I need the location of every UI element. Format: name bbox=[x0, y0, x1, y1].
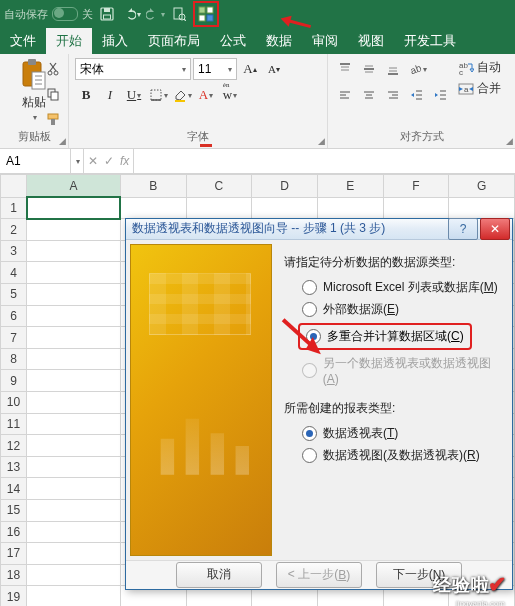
column-header[interactable]: B bbox=[120, 175, 186, 198]
tab-review[interactable]: 审阅 bbox=[302, 28, 348, 54]
cell[interactable] bbox=[27, 284, 121, 306]
align-left-icon[interactable] bbox=[334, 84, 356, 106]
dialog-launcher-icon[interactable]: ◢ bbox=[59, 136, 66, 146]
dialog-launcher-icon[interactable]: ◢ bbox=[318, 136, 325, 146]
copy-icon[interactable] bbox=[42, 83, 64, 105]
row-header[interactable]: 15 bbox=[1, 499, 27, 521]
save-icon[interactable] bbox=[97, 4, 117, 24]
cell[interactable] bbox=[27, 240, 121, 262]
column-header[interactable]: A bbox=[27, 175, 121, 198]
column-header[interactable]: D bbox=[252, 175, 318, 198]
print-preview-icon[interactable] bbox=[169, 4, 189, 24]
row-header[interactable]: 3 bbox=[1, 240, 27, 262]
tab-view[interactable]: 视图 bbox=[348, 28, 394, 54]
radio-pivot-table[interactable]: 数据透视表(T) bbox=[302, 425, 502, 442]
font-name-combo[interactable]: 宋体▾ bbox=[75, 58, 191, 80]
font-size-combo[interactable]: 11▾ bbox=[193, 58, 237, 80]
border-button[interactable]: ▾ bbox=[147, 84, 169, 106]
tab-home[interactable]: 开始 bbox=[46, 28, 92, 54]
tab-layout[interactable]: 页面布局 bbox=[138, 28, 210, 54]
cell[interactable] bbox=[449, 197, 515, 219]
undo-icon[interactable]: ▾ bbox=[121, 4, 141, 24]
cell[interactable] bbox=[27, 197, 121, 219]
formula-input[interactable] bbox=[134, 149, 515, 173]
row-header[interactable]: 13 bbox=[1, 456, 27, 478]
fill-color-button[interactable]: ▾ bbox=[171, 84, 193, 106]
bold-button[interactable]: B bbox=[75, 84, 97, 106]
name-box[interactable]: A1 bbox=[0, 149, 71, 173]
align-middle-icon[interactable] bbox=[358, 58, 380, 80]
row-header[interactable]: 8 bbox=[1, 348, 27, 370]
row-header[interactable]: 16 bbox=[1, 521, 27, 543]
cell[interactable] bbox=[317, 197, 383, 219]
select-all-corner[interactable] bbox=[1, 175, 27, 198]
radio-pivot-chart[interactable]: 数据透视图(及数据透视表)(R) bbox=[302, 447, 502, 464]
row-header[interactable]: 17 bbox=[1, 543, 27, 565]
orientation-icon[interactable]: ab▾ bbox=[406, 58, 428, 80]
cell[interactable] bbox=[120, 197, 186, 219]
grow-font-icon[interactable]: A▴ bbox=[239, 58, 261, 80]
cell[interactable] bbox=[27, 586, 121, 606]
column-header[interactable]: E bbox=[317, 175, 383, 198]
align-top-icon[interactable] bbox=[334, 58, 356, 80]
cell[interactable] bbox=[27, 219, 121, 241]
align-right-icon[interactable] bbox=[382, 84, 404, 106]
fx-icon[interactable]: fx bbox=[120, 154, 129, 168]
cell[interactable] bbox=[383, 197, 449, 219]
decrease-indent-icon[interactable] bbox=[406, 84, 428, 106]
dialog-titlebar[interactable]: 数据透视表和数据透视图向导 -- 步骤 1 (共 3 步) ? ✕ bbox=[126, 219, 512, 240]
redo-icon[interactable]: ▾ bbox=[145, 4, 165, 24]
tab-file[interactable]: 文件 bbox=[0, 28, 46, 54]
row-header[interactable]: 2 bbox=[1, 219, 27, 241]
cell[interactable] bbox=[27, 478, 121, 500]
merge-button[interactable]: a 合并 bbox=[456, 79, 503, 98]
row-header[interactable]: 1 bbox=[1, 197, 27, 219]
row-header[interactable]: 7 bbox=[1, 327, 27, 349]
close-button[interactable]: ✕ bbox=[480, 218, 510, 240]
align-bottom-icon[interactable] bbox=[382, 58, 404, 80]
font-color-button[interactable]: A▾ bbox=[195, 84, 217, 106]
cell[interactable] bbox=[27, 348, 121, 370]
row-header[interactable]: 9 bbox=[1, 370, 27, 392]
radio-external[interactable]: 外部数据源(E) bbox=[302, 301, 502, 318]
phonetic-button[interactable]: wén▾ bbox=[219, 84, 241, 106]
cell[interactable] bbox=[27, 305, 121, 327]
column-header[interactable]: F bbox=[383, 175, 449, 198]
format-painter-icon[interactable] bbox=[42, 108, 64, 130]
wrap-text-button[interactable]: abc 自动 bbox=[456, 58, 503, 77]
cell[interactable] bbox=[27, 392, 121, 414]
cancel-button[interactable]: 取消 bbox=[176, 562, 262, 588]
autosave-toggle[interactable]: 自动保存 关 bbox=[4, 7, 93, 22]
row-header[interactable]: 18 bbox=[1, 564, 27, 586]
name-box-dropdown[interactable]: ▾ bbox=[71, 149, 84, 173]
column-header[interactable]: G bbox=[449, 175, 515, 198]
cell[interactable] bbox=[27, 370, 121, 392]
increase-indent-icon[interactable] bbox=[430, 84, 452, 106]
cell[interactable] bbox=[27, 564, 121, 586]
cell[interactable] bbox=[27, 435, 121, 457]
underline-button[interactable]: U▾ bbox=[123, 84, 145, 106]
cut-icon[interactable] bbox=[42, 58, 64, 80]
radio-multi-consolidation[interactable]: 多重合并计算数据区域(C) bbox=[298, 323, 472, 350]
tab-developer[interactable]: 开发工具 bbox=[394, 28, 466, 54]
cell[interactable] bbox=[27, 413, 121, 435]
align-center-icon[interactable] bbox=[358, 84, 380, 106]
cell[interactable] bbox=[27, 543, 121, 565]
row-header[interactable]: 12 bbox=[1, 435, 27, 457]
cell[interactable] bbox=[27, 262, 121, 284]
cell[interactable] bbox=[27, 456, 121, 478]
tab-insert[interactable]: 插入 bbox=[92, 28, 138, 54]
tab-data[interactable]: 数据 bbox=[256, 28, 302, 54]
tab-formulas[interactable]: 公式 bbox=[210, 28, 256, 54]
cell[interactable] bbox=[27, 521, 121, 543]
row-header[interactable]: 19 bbox=[1, 586, 27, 606]
row-header[interactable]: 5 bbox=[1, 284, 27, 306]
italic-button[interactable]: I bbox=[99, 84, 121, 106]
cell[interactable] bbox=[27, 327, 121, 349]
help-button[interactable]: ? bbox=[448, 218, 478, 240]
cell[interactable] bbox=[186, 197, 252, 219]
row-header[interactable]: 10 bbox=[1, 392, 27, 414]
shrink-font-icon[interactable]: A▾ bbox=[263, 58, 285, 80]
row-header[interactable]: 6 bbox=[1, 305, 27, 327]
cell[interactable] bbox=[27, 499, 121, 521]
